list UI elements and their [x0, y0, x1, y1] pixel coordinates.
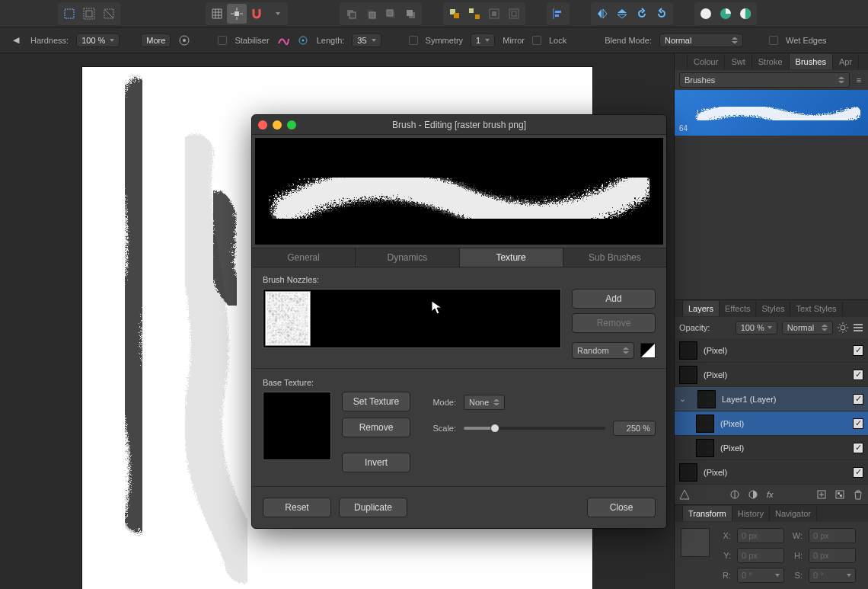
add-layer-icon[interactable] [816, 489, 827, 500]
move-backward-icon[interactable] [361, 4, 381, 24]
layer-visibility-checkbox[interactable]: ✓ [853, 345, 863, 356]
opacity-value[interactable]: 100 % [736, 321, 777, 335]
target-icon[interactable] [178, 34, 190, 46]
remove-nozzle-button[interactable]: Remove [572, 313, 656, 333]
layer-row[interactable]: (Pixel)✓ [675, 436, 868, 460]
magnet-icon[interactable] [247, 4, 266, 24]
h-input[interactable]: 0 px [809, 548, 856, 563]
tab-history[interactable]: History [732, 506, 770, 521]
scale-value[interactable]: 250 % [613, 421, 656, 436]
tab-stroke[interactable]: Stroke [752, 54, 790, 69]
insert-behind-icon[interactable] [504, 4, 524, 24]
quickmask-icon[interactable] [696, 4, 716, 24]
brush-category-select[interactable]: Brushes [679, 72, 850, 88]
ungroup-icon[interactable] [464, 4, 484, 24]
group-icon[interactable] [445, 4, 464, 24]
x-input[interactable]: 0 px [737, 528, 784, 543]
tab-appearance[interactable]: Apr [833, 54, 859, 69]
tab-sub-brushes[interactable]: Sub Brushes [563, 248, 666, 267]
move-forward-icon[interactable] [381, 4, 400, 24]
nozzle-mode-select[interactable]: Random [572, 342, 634, 359]
hardness-value[interactable]: 100 % [76, 34, 120, 47]
select-bounds-icon[interactable] [79, 4, 99, 24]
layer-row[interactable]: ⌄Layer1 (Layer)✓ [675, 387, 868, 411]
length-value[interactable]: 35 [352, 34, 381, 47]
tab-styles[interactable]: Styles [756, 301, 790, 316]
flip-vertical-icon[interactable] [612, 4, 632, 24]
tab-text-styles[interactable]: Text Styles [790, 301, 842, 316]
s-input[interactable]: 0 ° [809, 568, 856, 583]
w-input[interactable]: 0 px [809, 528, 856, 543]
brushes-menu-icon[interactable]: ≡ [850, 75, 863, 85]
adjustment-icon[interactable] [729, 489, 740, 500]
y-input[interactable]: 0 px [737, 548, 784, 563]
stabiliser-checkbox[interactable] [218, 36, 227, 45]
expand-toggle-icon[interactable]: ⌄ [679, 394, 691, 404]
layer-visibility-checkbox[interactable]: ✓ [853, 394, 863, 405]
move-front-icon[interactable] [400, 4, 420, 24]
grid-icon[interactable] [207, 4, 227, 24]
add-pixel-layer-icon[interactable] [834, 489, 845, 500]
remove-texture-button[interactable]: Remove [342, 418, 410, 437]
set-texture-button[interactable]: Set Texture [342, 392, 410, 411]
caret-left-icon[interactable]: ◀ [9, 30, 23, 50]
wetedges-checkbox[interactable] [769, 36, 778, 45]
anchor-picker[interactable] [681, 528, 710, 557]
mask-add-icon[interactable] [748, 489, 758, 500]
blendmode-select[interactable]: Normal [659, 34, 743, 47]
delete-layer-icon[interactable] [853, 489, 863, 500]
gear-icon[interactable] [838, 322, 848, 333]
r-input[interactable]: 0 ° [737, 568, 784, 583]
half-circle-icon[interactable] [736, 4, 755, 24]
lock-checkbox[interactable] [532, 36, 541, 45]
rope-stabiliser-icon[interactable] [277, 34, 289, 46]
tab-dynamics[interactable]: Dynamics [356, 248, 459, 267]
tab-general[interactable]: General [252, 248, 356, 267]
tab-texture[interactable]: Texture [460, 248, 563, 267]
more-button[interactable]: More [141, 34, 171, 47]
deselect-icon[interactable] [99, 4, 119, 24]
dropdown-caret-icon[interactable] [266, 4, 286, 24]
tab-swatches[interactable]: Swt [725, 54, 752, 69]
window-stabiliser-icon[interactable] [297, 34, 309, 46]
layer-blendmode-select[interactable]: Normal [782, 321, 833, 335]
panel-menu-icon[interactable] [853, 322, 863, 333]
blend-ranges-icon[interactable] [679, 489, 690, 500]
rotate-cw-icon[interactable] [652, 4, 672, 24]
layer-row[interactable]: (Pixel)✓ [675, 363, 868, 387]
tab-effects[interactable]: Effects [720, 301, 756, 316]
flip-horizontal-icon[interactable] [592, 4, 612, 24]
layer-visibility-checkbox[interactable]: ✓ [853, 467, 863, 478]
texture-mode-select[interactable]: None [464, 395, 505, 410]
fx-icon[interactable]: fx [766, 489, 777, 500]
base-texture-thumbnail[interactable] [263, 392, 331, 460]
layer-row[interactable]: (Pixel)✓ [675, 460, 868, 485]
symmetry-value[interactable]: 1 [471, 34, 495, 47]
tab-transform[interactable]: Transform [682, 506, 732, 521]
layer-row[interactable]: (Pixel)✓ [675, 338, 868, 363]
brush-list-item[interactable]: 64 [675, 90, 868, 136]
invert-texture-button[interactable]: Invert [342, 453, 410, 472]
layer-visibility-checkbox[interactable]: ✓ [853, 370, 863, 380]
layer-visibility-checkbox[interactable]: ✓ [853, 443, 863, 453]
nozzle-thumbnail[interactable] [265, 291, 311, 346]
select-all-icon[interactable] [59, 4, 79, 24]
symmetry-checkbox[interactable] [409, 36, 418, 45]
pie-icon[interactable] [716, 4, 736, 24]
align-left-icon[interactable] [548, 4, 568, 24]
nozzles-list[interactable] [263, 289, 561, 348]
add-nozzle-button[interactable]: Add [572, 289, 656, 309]
rotate-ccw-icon[interactable] [632, 4, 652, 24]
layer-visibility-checkbox[interactable]: ✓ [853, 418, 863, 429]
close-button[interactable]: Close [587, 498, 656, 517]
nozzle-ramp-icon[interactable] [640, 343, 656, 358]
tab-layers[interactable]: Layers [682, 301, 720, 316]
move-back-icon[interactable] [341, 4, 361, 24]
tab-colour[interactable]: Colour [687, 54, 725, 69]
duplicate-button[interactable]: Duplicate [339, 498, 407, 517]
layer-row[interactable]: (Pixel)✓ [675, 411, 868, 436]
reset-button[interactable]: Reset [263, 498, 331, 517]
insert-inside-icon[interactable] [484, 4, 504, 24]
tab-navigator[interactable]: Navigator [770, 506, 817, 521]
snapping-icon[interactable] [227, 4, 247, 24]
